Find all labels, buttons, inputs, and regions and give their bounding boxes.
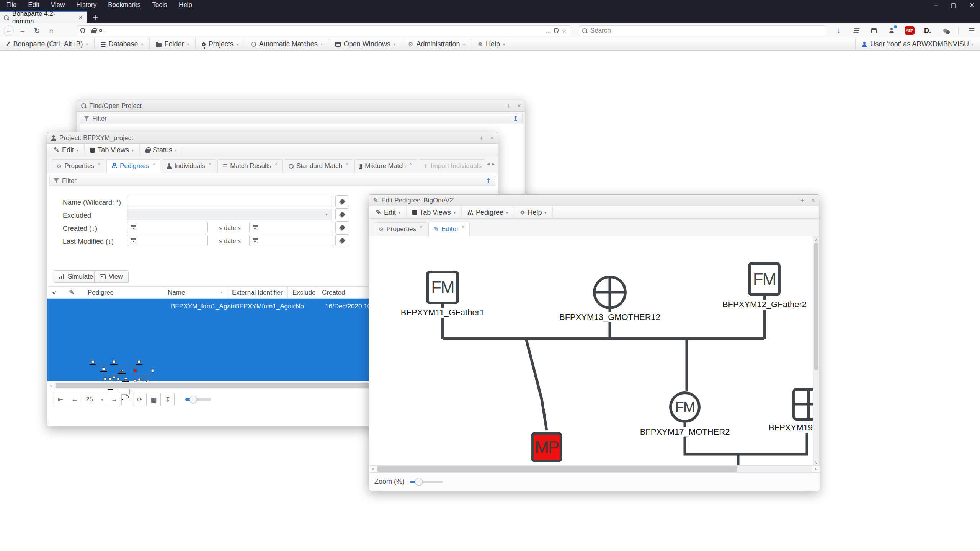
detach-icon[interactable]: + (800, 197, 804, 204)
home-icon[interactable]: ⌂ (46, 25, 57, 36)
close-icon[interactable]: × (490, 134, 494, 142)
project-menu-edit[interactable]: ✎ Edit ▾ (48, 144, 85, 156)
tab-match-results[interactable]: ☰ Match Results × (217, 159, 283, 173)
sidebar-icon[interactable] (869, 26, 879, 35)
tab-editor[interactable]: ✎ Editor × (428, 222, 470, 236)
tab-pedigree-properties[interactable]: ⚙ Properties × (374, 222, 427, 236)
close-tab-icon[interactable]: × (78, 14, 83, 22)
menu-view[interactable]: View (51, 1, 65, 9)
close-tab-icon[interactable]: × (409, 161, 412, 166)
slider-knob[interactable] (415, 478, 423, 486)
extension-spheres-icon[interactable] (941, 26, 950, 35)
clear-excluded-button[interactable] (335, 208, 349, 220)
created-from-input[interactable] (127, 222, 208, 233)
column-external-identifier[interactable]: External Identifier (227, 287, 288, 298)
downloads-icon[interactable]: ↓ (834, 26, 843, 35)
menu-edit[interactable]: Edit (28, 1, 39, 9)
close-window-icon[interactable]: ✕ (970, 2, 975, 9)
reload-icon[interactable]: ↻ (31, 25, 43, 36)
toolbar-open-windows[interactable]: Open Windows ▾ (329, 38, 402, 50)
pedigree-menu-help[interactable]: ☸ Help ▾ (514, 206, 553, 218)
new-tab-button[interactable]: + (87, 11, 104, 23)
calculate-button[interactable]: ▦ (147, 393, 161, 406)
project-titlebar[interactable]: Project: BFPXYM_project + × (47, 132, 498, 144)
tab-individuals[interactable]: Individuals × (162, 159, 216, 173)
close-icon[interactable]: × (517, 102, 521, 110)
user-menu[interactable]: User 'root' as ARWXDMBNVISU ▾ (855, 38, 980, 50)
toolbar-folder[interactable]: Folder ▾ (150, 38, 196, 50)
close-tab-icon[interactable]: × (153, 161, 155, 166)
pedigree-titlebar[interactable]: ✎ Edit Pedigree 'BigOneV2' + × (369, 195, 819, 206)
collapse-up-icon[interactable]: ↥ (485, 177, 491, 185)
created-to-input[interactable] (249, 222, 333, 233)
menu-history[interactable]: History (76, 1, 96, 9)
node-gfather2[interactable]: FM (748, 262, 781, 296)
first-page-button[interactable]: ⇤ (54, 393, 67, 406)
close-tab-icon[interactable]: × (420, 224, 422, 230)
project-menu-tab-views[interactable]: Tab Views ▾ (85, 144, 140, 156)
tab-scroll-right-icon[interactable]: ▸ (492, 161, 495, 167)
prev-page-button[interactable]: ← (67, 393, 82, 406)
detach-icon[interactable]: + (479, 134, 483, 142)
zoom-slider[interactable] (410, 481, 443, 483)
toolbar-database[interactable]: Database ▾ (95, 38, 150, 50)
hamburger-menu-icon[interactable]: ☰ (967, 26, 976, 35)
close-tab-icon[interactable]: × (346, 161, 348, 166)
export-button[interactable]: ↧ (161, 393, 175, 406)
maximize-icon[interactable]: ▢ (951, 2, 956, 9)
minimize-icon[interactable]: – (934, 2, 938, 8)
pedigree-menu-tab-views[interactable]: Tab Views ▾ (407, 206, 462, 218)
close-tab-icon[interactable]: × (462, 224, 465, 230)
browser-tab[interactable]: Bonaparte 4.2-gamma × (0, 11, 87, 23)
project-menu-status[interactable]: Status ▾ (140, 144, 183, 156)
toolbar-projects[interactable]: Projects ▾ (196, 38, 245, 50)
extension-privacy-icon[interactable] (887, 26, 896, 35)
tab-import-individuals[interactable]: ↥ Import Individuals (418, 159, 485, 173)
project-filter-header[interactable]: Filter ↥ (49, 176, 495, 186)
page-size-select[interactable]: 25 ▾ (82, 393, 107, 406)
deselect-column-header[interactable]: ◂/ (47, 287, 64, 298)
scroll-left-icon[interactable]: ‹ (369, 466, 377, 473)
close-tab-icon[interactable]: × (275, 161, 278, 166)
pedigree-menu-pedigree[interactable]: Pedigree ▾ (462, 206, 514, 218)
edit-column-header[interactable]: ✎ (64, 287, 83, 298)
node-gfather1[interactable]: FM (426, 271, 459, 304)
collapse-up-icon[interactable]: ↥ (513, 114, 518, 123)
excluded-select[interactable]: ▾ (127, 209, 332, 220)
vscroll-thumb[interactable] (814, 243, 818, 370)
tab-properties[interactable]: ⚙ Properties × (52, 159, 105, 173)
url-bar[interactable]: … ☆ (77, 25, 570, 36)
tab-mixture-match[interactable]: II Mixture Match × (354, 159, 417, 173)
modified-to-input[interactable] (249, 235, 333, 246)
menu-tools[interactable]: Tools (152, 1, 167, 9)
library-icon[interactable]: ☰ (851, 26, 862, 35)
menu-help[interactable]: Help (179, 1, 192, 9)
bookmark-star-icon[interactable]: ☆ (562, 27, 567, 34)
clear-modified-button[interactable] (335, 234, 349, 246)
modified-from-input[interactable] (127, 235, 208, 246)
name-input[interactable] (127, 196, 332, 207)
node-gmother1[interactable] (593, 276, 627, 309)
toolbar-automatic-matches[interactable]: Automatic Matches ▾ (245, 38, 329, 50)
duckduckgo-icon[interactable]: D. (923, 26, 932, 35)
find-open-titlebar[interactable]: Find/Open Project + × (77, 100, 525, 112)
menu-bookmarks[interactable]: Bookmarks (108, 1, 140, 9)
tab-scroll-left-icon[interactable]: ◂ (487, 161, 490, 167)
close-tab-icon[interactable]: × (209, 161, 211, 166)
toolbar-administration[interactable]: ⚙ Administration ▾ (402, 38, 472, 50)
pedigree-canvas[interactable]: FM BFPXYM11_GFather1 BFPXYM13_GMOTHER12 … (369, 236, 819, 465)
scroll-down-icon[interactable]: ˅ (813, 460, 819, 465)
toolbar-bonaparte[interactable]: Ƶ Bonaparte (Ctrl+Alt+B) ▾ (0, 38, 95, 50)
hscroll-thumb[interactable] (377, 466, 737, 472)
close-tab-icon[interactable]: × (98, 161, 100, 166)
menu-file[interactable]: File (6, 1, 16, 9)
search-bar[interactable]: Search (579, 25, 826, 36)
key-icon[interactable] (99, 29, 102, 32)
find-open-filter-header[interactable]: Filter ↥ (80, 114, 523, 123)
next-page-button[interactable]: → (107, 393, 122, 406)
tab-pedigrees[interactable]: Pedigrees × (106, 159, 160, 173)
view-button[interactable]: View (94, 270, 129, 283)
scroll-left-icon[interactable]: ‹ (47, 382, 55, 389)
tab-standard-match[interactable]: Standard Match × (284, 159, 353, 173)
close-icon[interactable]: × (811, 197, 815, 204)
